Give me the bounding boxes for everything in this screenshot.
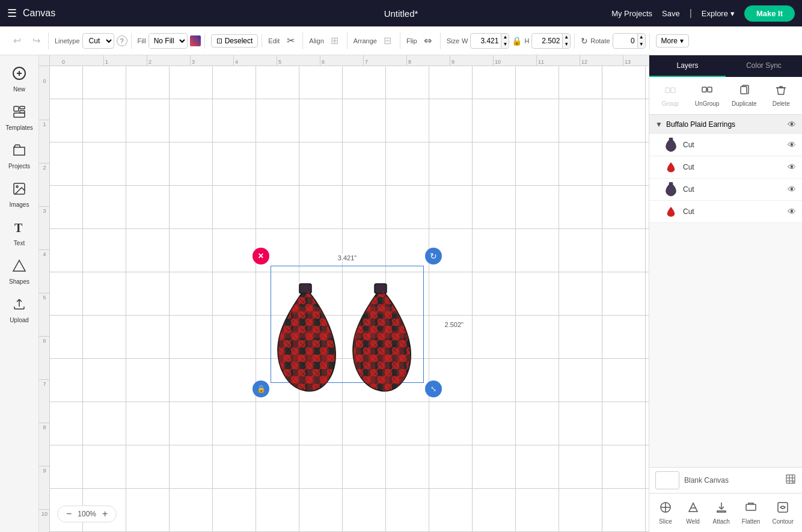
- sidebar-item-label-images: Images: [10, 201, 29, 208]
- more-button[interactable]: More ▾: [656, 34, 689, 47]
- width-input[interactable]: [471, 35, 501, 46]
- svg-rect-21: [375, 284, 387, 293]
- arrange-button[interactable]: ⊟: [379, 32, 396, 49]
- height-down[interactable]: ▼: [563, 41, 570, 48]
- ungroup-button[interactable]: UnGroup: [690, 81, 724, 111]
- save-link[interactable]: Save: [662, 9, 680, 18]
- sidebar-item-new[interactable]: New: [2, 61, 36, 97]
- svg-rect-44: [669, 182, 673, 185]
- redo-button[interactable]: ↪: [28, 32, 44, 49]
- sidebar-item-upload[interactable]: Upload: [2, 292, 36, 328]
- tab-layers[interactable]: Layers: [649, 55, 726, 77]
- layer-visibility-4[interactable]: 👁: [788, 207, 796, 216]
- sidebar-item-projects[interactable]: Projects: [2, 138, 36, 174]
- flip-button[interactable]: ⇔: [420, 32, 436, 49]
- make-it-button[interactable]: Make It: [744, 5, 795, 22]
- layer-visibility-2[interactable]: 👁: [788, 162, 796, 172]
- sidebar-item-images[interactable]: Images: [2, 177, 36, 213]
- rtick-0: 0: [61, 55, 104, 66]
- zoom-out-button[interactable]: −: [65, 509, 73, 519]
- rotate-input-group: ▲ ▼: [613, 33, 646, 49]
- duplicate-button[interactable]: Duplicate: [727, 81, 762, 111]
- align-group: Align ⊞: [305, 32, 347, 49]
- canvas-area[interactable]: 0 1 2 3 4 5 6 7 8 9 10 11 12 13 0 1 2 3 …: [39, 55, 649, 532]
- height-up[interactable]: ▲: [563, 34, 570, 41]
- lock-handle[interactable]: 🔒: [253, 381, 269, 397]
- height-input[interactable]: [532, 35, 562, 46]
- duplicate-label: Duplicate: [732, 100, 757, 107]
- width-down[interactable]: ▼: [501, 41, 509, 48]
- rotate-handle[interactable]: ↻: [425, 248, 442, 264]
- edit-button[interactable]: ✂: [282, 32, 299, 49]
- slice-icon: [659, 501, 672, 517]
- contour-button[interactable]: Contour: [767, 497, 798, 528]
- linetype-select[interactable]: Cut: [82, 33, 114, 49]
- weld-label: Weld: [686, 518, 700, 525]
- grid-toggle-button[interactable]: [785, 474, 796, 487]
- zoom-in-button[interactable]: +: [101, 509, 109, 519]
- layer-visibility-1[interactable]: 👁: [788, 140, 796, 150]
- align-button[interactable]: ⊞: [326, 32, 343, 49]
- layer-item-3[interactable]: Cut 👁: [649, 179, 802, 201]
- earring-pair[interactable]: [269, 283, 424, 401]
- layer-name-1: Cut: [683, 141, 783, 149]
- blank-canvas-label: Blank Canvas: [684, 476, 780, 485]
- fill-color-swatch[interactable]: [190, 35, 201, 46]
- menu-icon[interactable]: ☰: [7, 7, 17, 20]
- deselect-group: ⊡ Deselect: [207, 34, 263, 47]
- layer-visibility-3[interactable]: 👁: [788, 185, 796, 194]
- layer-item-2[interactable]: Cut 👁: [649, 156, 802, 179]
- selection-container[interactable]: × ↻ 🔒 ⤡ 3.421" 2.502": [259, 254, 436, 395]
- width-up[interactable]: ▲: [501, 34, 509, 41]
- svg-rect-38: [666, 88, 670, 93]
- fill-label: Fill: [138, 37, 146, 44]
- ltick-6: 6: [39, 337, 50, 380]
- my-projects-link[interactable]: My Projects: [611, 9, 652, 18]
- linetype-group: Linetype Cut ?: [51, 33, 132, 49]
- zoom-level: 100%: [78, 510, 96, 518]
- fill-select-wrapper[interactable]: No Fill: [148, 33, 188, 49]
- duplicate-icon: [738, 84, 750, 99]
- w-label: W: [462, 37, 468, 44]
- document-title: Untitled*: [384, 8, 418, 19]
- lock-icon[interactable]: 🔒: [512, 36, 522, 46]
- sidebar-item-label-templates: Templates: [5, 124, 33, 131]
- fill-select[interactable]: No Fill: [149, 34, 187, 48]
- layer-group-header[interactable]: ▼ Buffalo Plaid Earrings 👁: [649, 115, 802, 134]
- rotate-label: Rotate: [590, 37, 610, 44]
- delete-button[interactable]: Delete: [764, 81, 798, 111]
- tab-color-sync[interactable]: Color Sync: [726, 55, 802, 77]
- layer-group-name: Buffalo Plaid Earrings: [666, 120, 784, 129]
- flatten-button[interactable]: Flatten: [737, 497, 765, 528]
- rotate-up[interactable]: ▲: [638, 34, 645, 41]
- zoom-controls: − 100% +: [57, 506, 117, 522]
- undo-redo-group: ↩ ↪: [5, 32, 49, 49]
- close-button[interactable]: ×: [253, 248, 269, 264]
- attach-button[interactable]: Attach: [708, 497, 735, 528]
- layer-item-4[interactable]: Cut 👁: [649, 201, 802, 223]
- sidebar-item-templates[interactable]: Templates: [2, 100, 36, 136]
- sidebar-item-label-projects: Projects: [8, 163, 30, 170]
- undo-button[interactable]: ↩: [8, 32, 25, 49]
- toolbar: ↩ ↪ Linetype Cut ? Fill No Fill ⊡ Desele…: [0, 26, 802, 55]
- rtick-2: 2: [147, 55, 191, 66]
- ungroup-icon: [701, 84, 713, 99]
- rotate-down[interactable]: ▼: [638, 41, 645, 48]
- more-group: More ▾: [652, 34, 693, 47]
- weld-button[interactable]: Weld: [681, 497, 706, 528]
- group-visibility-button[interactable]: 👁: [788, 120, 796, 129]
- ruler-left: 0 1 2 3 4 5 6 7 8 9 10: [39, 66, 50, 532]
- deselect-button[interactable]: ⊡ Deselect: [211, 34, 259, 47]
- group-label: Group: [662, 100, 679, 107]
- rotate-input[interactable]: [613, 35, 637, 46]
- slice-button[interactable]: Slice: [653, 497, 678, 528]
- explore-link[interactable]: Explore ▾: [702, 9, 735, 18]
- sidebar-item-text[interactable]: T Text: [2, 215, 36, 251]
- layer-item-1[interactable]: Cut 👁: [649, 134, 802, 156]
- sidebar-item-shapes[interactable]: Shapes: [2, 254, 36, 290]
- svg-line-50: [786, 475, 795, 483]
- svg-rect-26: [278, 307, 337, 314]
- scale-handle[interactable]: ⤡: [425, 381, 442, 397]
- group-button[interactable]: Group: [653, 81, 687, 111]
- linetype-help[interactable]: ?: [117, 35, 127, 46]
